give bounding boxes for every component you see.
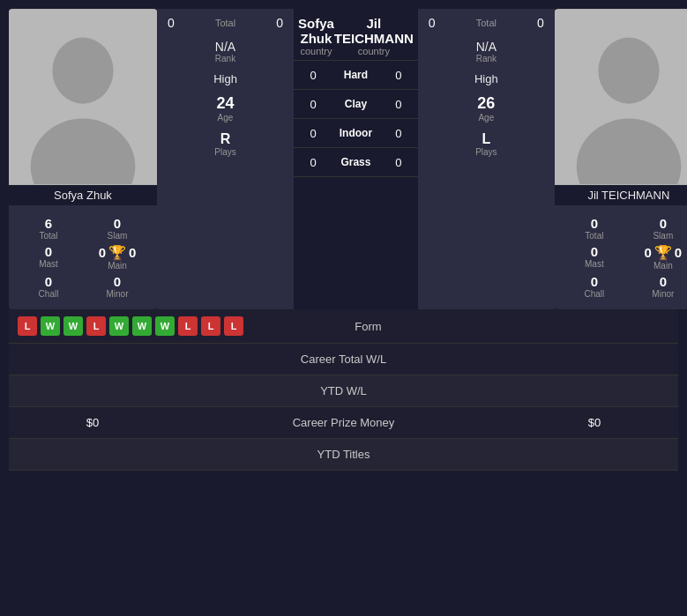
right-chall-value: 0 xyxy=(564,274,625,289)
right-player-photo xyxy=(555,9,687,185)
left-cn-country: country xyxy=(298,46,334,56)
grass-button[interactable]: Grass xyxy=(325,152,386,172)
form-badges: L W W L W W W L L L xyxy=(18,316,243,336)
right-high-block: High xyxy=(474,72,498,85)
career-total-label: Career Total W/L xyxy=(163,353,524,366)
ytd-wl-row: YTD W/L xyxy=(9,375,678,407)
form-label: Form xyxy=(243,320,493,333)
right-stats-grid: 0 Total 0 Slam xyxy=(564,216,687,241)
right-stats-box: 0 Total 0 Slam 0 Mast 0 xyxy=(555,205,687,309)
ytd-titles-row: YTD Titles xyxy=(9,439,678,471)
right-minor-label: Minor xyxy=(632,289,687,299)
right-slam-value: 0 xyxy=(632,216,687,231)
right-stats-grid2: 0 Mast 0 🏆 0 Main xyxy=(564,244,687,271)
left-rank-label: Rank xyxy=(215,54,235,63)
right-total-item: 0 Total xyxy=(564,216,625,241)
left-plays-block: R Plays xyxy=(214,131,235,157)
player-comparison: Sofya Zhuk 6 Total 0 Slam 0 Mast xyxy=(0,0,687,479)
right-total-label: Total xyxy=(564,231,625,241)
clay-score-left: 0 xyxy=(301,98,325,111)
form-badge-3: L xyxy=(86,316,106,336)
right-chall-label: Chall xyxy=(564,289,625,299)
surface-row-clay: 0 Clay 0 xyxy=(294,89,418,118)
left-total-score-right: 0 xyxy=(276,16,283,30)
left-total-label-center: Total xyxy=(215,18,235,28)
right-header-scores: 0 Total 0 xyxy=(429,16,544,30)
left-stats-grid2: 0 Mast 0 🏆 0 Main xyxy=(18,244,148,271)
grass-score-right: 0 xyxy=(386,156,411,169)
left-stats-box: 6 Total 0 Slam 0 Mast 0 xyxy=(9,205,157,309)
right-main-value2: 0 xyxy=(675,245,682,260)
surface-row-indoor: 0 Indoor 0 xyxy=(294,118,418,147)
surface-row-grass: 0 Grass 0 xyxy=(294,147,418,177)
left-player-column: Sofya Zhuk 6 Total 0 Slam 0 Mast xyxy=(9,9,157,309)
career-prize-label: Career Prize Money xyxy=(163,416,524,429)
right-cn-name: Jil TEICHMANN xyxy=(334,16,414,46)
left-age-value: 24 xyxy=(216,94,234,113)
right-player-name-center: Jil TEICHMANN country xyxy=(334,16,414,56)
left-main-value2: 0 xyxy=(129,245,136,260)
right-cn-country: country xyxy=(334,46,414,56)
left-high-value: High xyxy=(213,72,237,85)
center-name-block: Sofya Zhuk country Jil TEICHMANN country xyxy=(294,9,418,60)
left-plays-value: R xyxy=(214,131,235,147)
career-prize-right: $0 xyxy=(524,416,665,429)
left-chall-value: 0 xyxy=(18,274,79,289)
career-total-row: Career Total W/L xyxy=(9,344,678,375)
svg-point-1 xyxy=(52,38,113,104)
form-badge-7: L xyxy=(178,316,198,336)
left-age-label: Age xyxy=(216,113,234,122)
left-mast-item: 0 Mast xyxy=(18,244,79,271)
right-mast-value: 0 xyxy=(564,244,625,259)
left-chall-label: Chall xyxy=(18,289,79,299)
form-badge-5: W xyxy=(132,316,152,336)
left-slam-label: Slam xyxy=(86,231,148,241)
right-rank-value: N/A xyxy=(476,40,497,54)
top-area: Sofya Zhuk 6 Total 0 Slam 0 Mast xyxy=(9,9,678,309)
right-mast-label: Mast xyxy=(564,259,625,269)
surface-row-hard: 0 Hard 0 xyxy=(294,60,418,89)
left-minor-value: 0 xyxy=(86,274,148,289)
right-player-name: Jil TEICHMANN xyxy=(555,185,687,205)
clay-score-right: 0 xyxy=(386,98,411,111)
svg-point-4 xyxy=(598,38,659,104)
left-main-value: 0 xyxy=(99,245,106,260)
right-total-score-right: 0 xyxy=(537,16,544,30)
right-info-panel: 0 Total 0 N/A Rank High 26 Age L Plays xyxy=(418,9,555,309)
left-player-photo xyxy=(9,9,157,185)
form-badge-6: W xyxy=(155,316,175,336)
right-mast-item: 0 Mast xyxy=(564,244,625,271)
ytd-wl-label: YTD W/L xyxy=(163,384,524,397)
indoor-button[interactable]: Indoor xyxy=(325,123,386,143)
right-total-score-left: 0 xyxy=(429,16,436,30)
left-rank-value: N/A xyxy=(215,40,235,54)
left-info-panel: 0 Total 0 N/A Rank High 24 Age R Plays xyxy=(157,9,294,309)
form-badge-0: L xyxy=(18,316,37,336)
clay-button[interactable]: Clay xyxy=(325,94,386,114)
right-age-label: Age xyxy=(477,113,495,122)
career-prize-left: $0 xyxy=(22,416,163,429)
left-player-name: Sofya Zhuk xyxy=(9,185,157,205)
hard-score-right: 0 xyxy=(386,69,411,82)
left-player-name-center: Sofya Zhuk country xyxy=(298,16,334,56)
right-minor-item: 0 Minor xyxy=(632,274,687,299)
right-main-value: 0 xyxy=(645,245,652,260)
right-stats-grid3: 0 Chall 0 Minor xyxy=(564,274,687,299)
form-badge-2: W xyxy=(63,316,83,336)
indoor-score-right: 0 xyxy=(386,127,411,140)
right-age-value: 26 xyxy=(477,94,495,113)
form-badge-4: W xyxy=(109,316,129,336)
right-slam-item: 0 Slam xyxy=(632,216,687,241)
right-total-label-center: Total xyxy=(476,18,497,28)
right-player-column: Jil TEICHMANN 0 Total 0 Slam 0 Mast xyxy=(555,9,687,309)
right-plays-block: L Plays xyxy=(475,131,497,157)
right-age-block: 26 Age xyxy=(477,94,495,122)
left-cn-name: Sofya Zhuk xyxy=(298,16,334,46)
right-chall-item: 0 Chall xyxy=(564,274,625,299)
grass-score-left: 0 xyxy=(301,156,325,169)
indoor-score-left: 0 xyxy=(301,127,325,140)
hard-button[interactable]: Hard xyxy=(325,65,386,85)
right-plays-label: Plays xyxy=(475,147,497,157)
left-chall-item: 0 Chall xyxy=(18,274,79,299)
right-rank-label: Rank xyxy=(476,54,497,63)
